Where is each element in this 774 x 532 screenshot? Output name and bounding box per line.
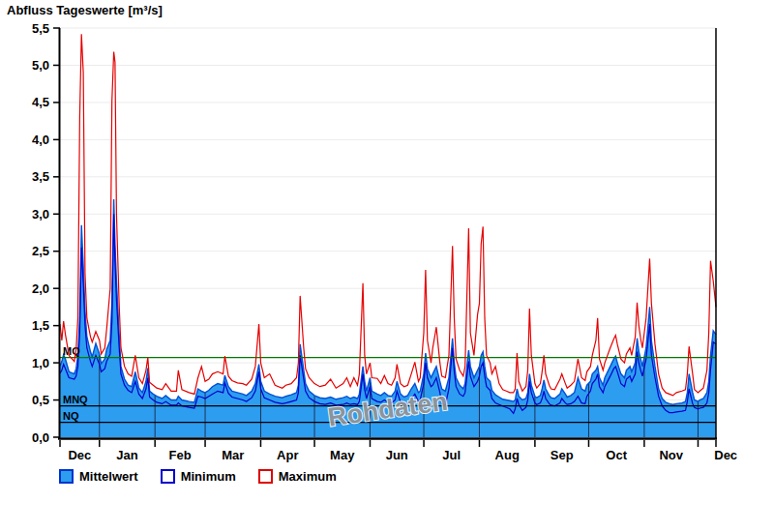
- legend-item-minimum: Minimum: [161, 469, 236, 484]
- x-tick-label-mar-3: Mar: [222, 448, 244, 462]
- chart-legend: Mittelwert Minimum Maximum: [59, 469, 337, 484]
- reference-label-mnq: MNQ: [63, 394, 88, 405]
- x-tick-label-nov-11: Nov: [659, 448, 683, 462]
- x-tick-label-jul-7: Jul: [442, 448, 461, 462]
- x-tick-label-apr-4: Apr: [277, 448, 298, 462]
- x-tick-label-dec-0: Dec: [68, 448, 91, 462]
- mittelwert-swatch-icon: [59, 469, 74, 484]
- x-tick-label-feb-2: Feb: [169, 448, 192, 462]
- y-tick-label: 5,0: [32, 58, 49, 73]
- y-tick-label: 0,0: [32, 430, 49, 445]
- y-tick-label: 1,5: [32, 318, 49, 333]
- x-tick-label-jan-1: Jan: [116, 448, 137, 462]
- minimum-swatch-icon: [161, 469, 175, 484]
- reference-label-mq: MQ: [63, 345, 80, 357]
- x-tick-label-aug-8: Aug: [495, 448, 520, 462]
- legend-label-minimum: Minimum: [181, 469, 236, 484]
- y-tick-label: 3,0: [32, 207, 49, 222]
- y-tick-label: 2,0: [32, 281, 49, 296]
- legend-label-mittelwert: Mittelwert: [79, 469, 138, 484]
- y-tick-label: 4,5: [32, 95, 49, 109]
- x-tick-label-oct-10: Oct: [606, 448, 627, 462]
- x-tick-label-may-5: May: [330, 448, 355, 462]
- y-tick-label: 5,5: [32, 21, 49, 36]
- discharge-chart-page: Abfluss Tageswerte [m³/s] MQMNQNQ0,00,51…: [0, 0, 774, 532]
- x-tick-label-dec-12: Dec: [714, 448, 737, 462]
- maximum-swatch-icon: [258, 469, 273, 484]
- x-tick-label-jun-6: Jun: [386, 448, 408, 462]
- legend-item-mittelwert: Mittelwert: [59, 469, 138, 484]
- max-line: [60, 34, 716, 396]
- x-tick-label-sep-9: Sep: [551, 448, 574, 462]
- reference-label-nq: NQ: [63, 410, 79, 422]
- y-tick-label: 0,5: [32, 393, 49, 407]
- legend-label-maximum: Maximum: [279, 469, 337, 484]
- y-tick-label: 4,0: [32, 133, 49, 147]
- y-tick-label: 1,0: [32, 356, 49, 370]
- legend-item-maximum: Maximum: [258, 469, 337, 484]
- y-tick-label: 2,5: [32, 244, 49, 258]
- y-axis-labels: 0,00,51,01,52,02,53,03,54,04,55,05,5: [32, 21, 60, 445]
- discharge-chart: MQMNQNQ0,00,51,01,52,02,53,03,54,04,55,0…: [0, 0, 774, 532]
- x-axis-labels: DecJanFebMarAprMayJunJulAugSepOctNovDec: [60, 440, 737, 462]
- y-tick-label: 3,5: [32, 169, 49, 184]
